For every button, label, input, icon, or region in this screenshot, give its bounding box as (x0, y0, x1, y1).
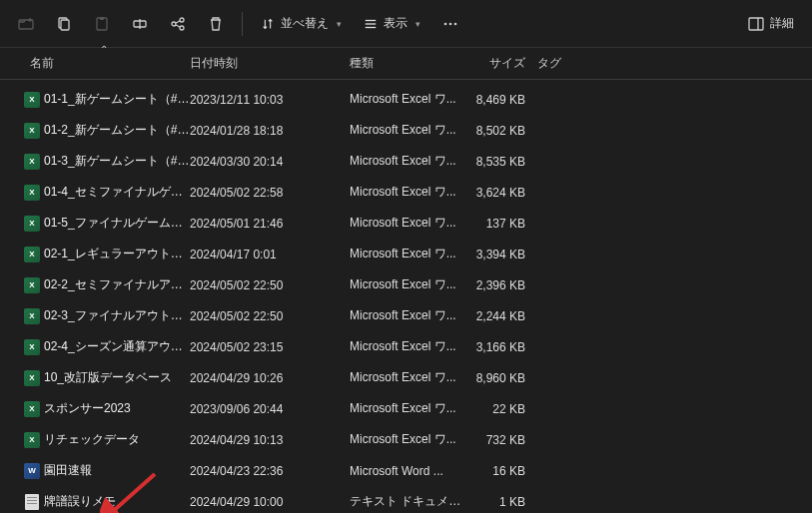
share-icon (170, 16, 186, 32)
xlsx-file-icon: X (20, 401, 44, 417)
svg-point-9 (172, 22, 176, 26)
file-date: 2024/04/23 22:36 (190, 464, 350, 478)
column-header-date[interactable]: 日付時刻 (190, 55, 350, 72)
file-date: 2024/03/30 20:14 (190, 155, 350, 169)
column-header-name[interactable]: 名前 (30, 55, 190, 72)
table-row[interactable]: X01-5_ファイナルゲームシート2024/05/01 21:46Microso… (0, 208, 812, 239)
sort-indicator-icon: ⌃ (100, 44, 108, 55)
share-button[interactable] (160, 6, 196, 42)
xlsx-file-icon: X (20, 370, 44, 386)
xlsx-file-icon: X (20, 92, 44, 108)
table-row[interactable]: W園田速報2024/04/23 22:36Microsoft Word ...1… (0, 455, 812, 486)
table-row[interactable]: X01-2_新ゲームシート（#0...2024/01/28 18:18Micro… (0, 115, 812, 146)
new-folder-button[interactable] (8, 6, 44, 42)
details-pane-button[interactable]: 詳細 (738, 6, 804, 42)
file-kind: Microsoft Excel ワ... (350, 276, 467, 293)
file-date: 2024/04/29 10:00 (190, 495, 350, 509)
svg-rect-18 (749, 18, 763, 30)
file-name: 01-3_新ゲームシート（#1... (44, 153, 190, 170)
file-date: 2024/04/17 0:01 (190, 248, 350, 261)
file-size: 22 KB (467, 402, 537, 416)
svg-point-10 (180, 18, 184, 22)
file-kind: Microsoft Excel ワ... (350, 338, 467, 355)
xlsx-file-icon: X (20, 123, 44, 139)
details-pane-icon (748, 17, 764, 31)
file-kind: Microsoft Excel ワ... (350, 307, 467, 324)
more-icon (442, 16, 458, 32)
table-row[interactable]: Xスポンサー20232023/09/06 20:44Microsoft Exce… (0, 393, 812, 424)
file-date: 2024/05/02 23:15 (190, 340, 350, 354)
view-menu[interactable]: 表示 ▾ (354, 6, 430, 42)
file-list: X01-1_新ゲームシート（#0...2023/12/11 10:03Micro… (0, 80, 812, 513)
chevron-down-icon: ▾ (337, 19, 342, 29)
file-name: 02-3_ファイナルアウトプッ... (44, 307, 190, 324)
file-kind: Microsoft Excel ワ... (350, 246, 467, 262)
file-size: 2,396 KB (467, 278, 537, 292)
file-size: 8,535 KB (467, 155, 537, 169)
file-kind: Microsoft Excel ワ... (350, 369, 467, 386)
docx-file-icon: W (20, 463, 44, 479)
file-date: 2023/12/11 10:03 (190, 93, 350, 107)
file-kind: テキスト ドキュメント (350, 493, 467, 510)
file-name: 園田速報 (44, 462, 190, 479)
file-size: 8,502 KB (467, 124, 537, 138)
new-folder-icon (18, 16, 34, 32)
table-row[interactable]: X01-3_新ゲームシート（#1...2024/03/30 20:14Micro… (0, 146, 812, 177)
table-row[interactable]: X01-1_新ゲームシート（#0...2023/12/11 10:03Micro… (0, 84, 812, 115)
file-kind: Microsoft Excel ワ... (350, 431, 467, 448)
column-header-size[interactable]: サイズ (467, 55, 537, 72)
more-button[interactable] (432, 6, 468, 42)
svg-point-15 (444, 22, 447, 25)
file-size: 3,166 KB (467, 340, 537, 354)
file-kind: Microsoft Excel ワ... (350, 400, 467, 417)
file-name: スポンサー2023 (44, 400, 190, 417)
svg-point-11 (180, 26, 184, 30)
xlsx-file-icon: X (20, 185, 44, 201)
xlsx-file-icon: X (20, 216, 44, 232)
paste-button[interactable] (84, 6, 120, 42)
file-size: 732 KB (467, 433, 537, 447)
table-row[interactable]: X02-3_ファイナルアウトプッ...2024/05/02 22:50Micro… (0, 300, 812, 331)
copy-button[interactable] (46, 6, 82, 42)
sort-menu[interactable]: 並べ替え ▾ (251, 6, 352, 42)
table-row[interactable]: X02-2_セミファイナルアウト...2024/05/02 22:50Micro… (0, 269, 812, 300)
table-row[interactable]: 牌譜誤りメモ2024/04/29 10:00テキスト ドキュメント1 KB (0, 486, 812, 513)
column-headers: ⌃ 名前 日付時刻 種類 サイズ タグ (0, 48, 812, 80)
file-size: 3,624 KB (467, 186, 537, 200)
xlsx-file-icon: X (20, 154, 44, 170)
column-header-tag[interactable]: タグ (537, 55, 617, 72)
file-kind: Microsoft Excel ワ... (350, 153, 467, 170)
sort-icon (261, 17, 275, 31)
file-name: 02-2_セミファイナルアウト... (44, 276, 190, 293)
svg-rect-6 (100, 17, 104, 20)
table-row[interactable]: X02-4_シーズン通算アウト...2024/05/02 23:15Micros… (0, 331, 812, 362)
file-date: 2024/05/02 22:58 (190, 186, 350, 200)
file-date: 2024/05/01 21:46 (190, 217, 350, 231)
delete-button[interactable] (198, 6, 234, 42)
separator (242, 12, 243, 36)
table-row[interactable]: X10_改訂版データベース2024/04/29 10:26Microsoft E… (0, 362, 812, 393)
file-date: 2024/05/02 22:50 (190, 309, 350, 323)
view-icon (364, 17, 378, 31)
column-header-kind[interactable]: 種類 (350, 55, 467, 72)
file-name: 02-1_レギュラーアウトプッ... (44, 246, 190, 262)
table-row[interactable]: Xリチェックデータ2024/04/29 10:13Microsoft Excel… (0, 424, 812, 455)
file-kind: Microsoft Excel ワ... (350, 184, 467, 201)
table-row[interactable]: X01-4_セミファイナルゲーム...2024/05/02 22:58Micro… (0, 177, 812, 208)
file-kind: Microsoft Excel ワ... (350, 91, 467, 108)
file-size: 1 KB (467, 495, 537, 509)
paste-icon (94, 16, 110, 32)
view-label: 表示 (384, 15, 407, 32)
table-row[interactable]: X02-1_レギュラーアウトプッ...2024/04/17 0:01Micros… (0, 239, 812, 269)
svg-point-16 (449, 22, 452, 25)
file-size: 137 KB (467, 217, 537, 231)
copy-icon (56, 16, 72, 32)
xlsx-file-icon: X (20, 247, 44, 262)
file-kind: Microsoft Excel ワ... (350, 122, 467, 139)
svg-rect-4 (61, 20, 69, 30)
file-date: 2023/09/06 20:44 (190, 402, 350, 416)
file-name: 01-1_新ゲームシート（#0... (44, 91, 190, 108)
file-name: 牌譜誤りメモ (44, 493, 190, 510)
rename-button[interactable] (122, 6, 158, 42)
svg-point-17 (454, 22, 457, 25)
